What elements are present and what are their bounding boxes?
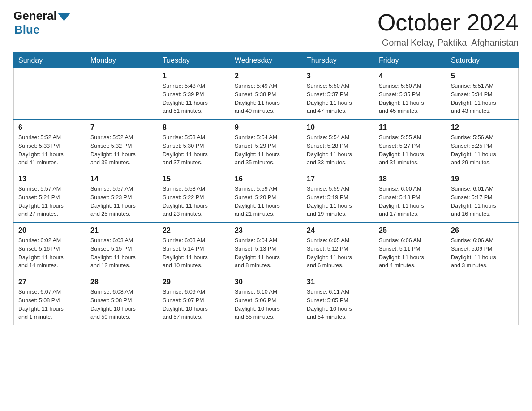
column-header-sunday: Sunday	[14, 53, 86, 68]
day-info: Sunrise: 6:03 AMSunset: 5:15 PMDaylight:…	[90, 236, 153, 270]
day-number: 26	[451, 227, 514, 235]
calendar-cell: 16Sunrise: 5:59 AMSunset: 5:20 PMDayligh…	[230, 171, 302, 223]
calendar-cell	[374, 274, 446, 325]
day-number: 28	[90, 278, 153, 286]
day-info: Sunrise: 5:53 AMSunset: 5:30 PMDaylight:…	[163, 133, 225, 167]
day-number: 7	[90, 124, 153, 132]
day-number: 25	[379, 227, 442, 235]
column-header-tuesday: Tuesday	[158, 53, 230, 68]
day-info: Sunrise: 5:54 AMSunset: 5:28 PMDaylight:…	[307, 133, 369, 167]
calendar-cell: 17Sunrise: 5:59 AMSunset: 5:19 PMDayligh…	[302, 171, 374, 223]
calendar-cell	[86, 68, 158, 120]
calendar-cell: 15Sunrise: 5:58 AMSunset: 5:22 PMDayligh…	[158, 171, 230, 223]
calendar-cell: 26Sunrise: 6:06 AMSunset: 5:09 PMDayligh…	[446, 223, 519, 274]
day-info: Sunrise: 6:09 AMSunset: 5:07 PMDaylight:…	[163, 288, 225, 321]
day-number: 5	[451, 72, 514, 80]
day-number: 3	[307, 72, 369, 80]
day-number: 8	[163, 124, 225, 132]
day-number: 24	[307, 227, 369, 235]
day-number: 10	[307, 124, 369, 132]
day-number: 22	[163, 227, 225, 235]
day-info: Sunrise: 5:56 AMSunset: 5:25 PMDaylight:…	[451, 133, 514, 167]
day-info: Sunrise: 5:50 AMSunset: 5:35 PMDaylight:…	[379, 82, 442, 116]
calendar-cell: 28Sunrise: 6:08 AMSunset: 5:08 PMDayligh…	[86, 274, 158, 325]
calendar-cell: 29Sunrise: 6:09 AMSunset: 5:07 PMDayligh…	[158, 274, 230, 325]
day-info: Sunrise: 6:06 AMSunset: 5:11 PMDaylight:…	[379, 236, 442, 270]
day-number: 27	[18, 278, 81, 286]
calendar-cell: 18Sunrise: 6:00 AMSunset: 5:18 PMDayligh…	[374, 171, 446, 223]
day-number: 21	[90, 227, 153, 235]
calendar-cell: 13Sunrise: 5:57 AMSunset: 5:24 PMDayligh…	[14, 171, 86, 223]
calendar-cell: 27Sunrise: 6:07 AMSunset: 5:08 PMDayligh…	[14, 274, 86, 325]
logo-arrow-icon	[58, 13, 70, 21]
column-header-wednesday: Wednesday	[230, 53, 302, 68]
logo-blue-text: Blue	[14, 23, 39, 37]
calendar-week-row: 20Sunrise: 6:02 AMSunset: 5:16 PMDayligh…	[14, 223, 519, 274]
calendar-cell	[14, 68, 86, 120]
calendar-cell: 11Sunrise: 5:55 AMSunset: 5:27 PMDayligh…	[374, 120, 446, 171]
day-number: 2	[235, 72, 297, 80]
day-number: 29	[163, 278, 225, 286]
day-number: 9	[235, 124, 297, 132]
day-info: Sunrise: 5:52 AMSunset: 5:33 PMDaylight:…	[18, 133, 81, 167]
calendar-cell: 24Sunrise: 6:05 AMSunset: 5:12 PMDayligh…	[302, 223, 374, 274]
calendar-cell: 31Sunrise: 6:11 AMSunset: 5:05 PMDayligh…	[302, 274, 374, 325]
day-info: Sunrise: 5:50 AMSunset: 5:37 PMDaylight:…	[307, 82, 369, 116]
calendar-cell: 1Sunrise: 5:48 AMSunset: 5:39 PMDaylight…	[158, 68, 230, 120]
day-number: 31	[307, 278, 369, 286]
calendar-cell: 10Sunrise: 5:54 AMSunset: 5:28 PMDayligh…	[302, 120, 374, 171]
day-info: Sunrise: 5:59 AMSunset: 5:19 PMDaylight:…	[307, 185, 369, 218]
day-number: 15	[163, 175, 225, 183]
day-number: 6	[18, 124, 81, 132]
day-info: Sunrise: 5:59 AMSunset: 5:20 PMDaylight:…	[235, 185, 297, 218]
logo: General Blue	[13, 9, 70, 37]
day-info: Sunrise: 6:05 AMSunset: 5:12 PMDaylight:…	[307, 236, 369, 270]
title-area: October 2024 Gomal Kelay, Paktika, Afgha…	[378, 9, 519, 48]
day-info: Sunrise: 6:10 AMSunset: 5:06 PMDaylight:…	[235, 288, 297, 321]
day-number: 14	[90, 175, 153, 183]
page-header: General Blue October 2024 Gomal Kelay, P…	[13, 9, 519, 48]
day-info: Sunrise: 6:06 AMSunset: 5:09 PMDaylight:…	[451, 236, 514, 270]
day-info: Sunrise: 6:02 AMSunset: 5:16 PMDaylight:…	[18, 236, 81, 270]
calendar-cell: 30Sunrise: 6:10 AMSunset: 5:06 PMDayligh…	[230, 274, 302, 325]
calendar-cell: 12Sunrise: 5:56 AMSunset: 5:25 PMDayligh…	[446, 120, 519, 171]
day-number: 16	[235, 175, 297, 183]
calendar-cell: 22Sunrise: 6:03 AMSunset: 5:14 PMDayligh…	[158, 223, 230, 274]
calendar-cell: 5Sunrise: 5:51 AMSunset: 5:34 PMDaylight…	[446, 68, 519, 120]
calendar-cell: 23Sunrise: 6:04 AMSunset: 5:13 PMDayligh…	[230, 223, 302, 274]
calendar-cell: 8Sunrise: 5:53 AMSunset: 5:30 PMDaylight…	[158, 120, 230, 171]
day-info: Sunrise: 6:00 AMSunset: 5:18 PMDaylight:…	[379, 185, 442, 218]
day-info: Sunrise: 5:52 AMSunset: 5:32 PMDaylight:…	[90, 133, 153, 167]
column-header-saturday: Saturday	[446, 53, 519, 68]
calendar-cell: 3Sunrise: 5:50 AMSunset: 5:37 PMDaylight…	[302, 68, 374, 120]
day-number: 23	[235, 227, 297, 235]
day-info: Sunrise: 5:54 AMSunset: 5:29 PMDaylight:…	[235, 133, 297, 167]
day-number: 18	[379, 175, 442, 183]
calendar-cell: 14Sunrise: 5:57 AMSunset: 5:23 PMDayligh…	[86, 171, 158, 223]
calendar-cell: 19Sunrise: 6:01 AMSunset: 5:17 PMDayligh…	[446, 171, 519, 223]
day-info: Sunrise: 5:48 AMSunset: 5:39 PMDaylight:…	[163, 82, 225, 116]
day-info: Sunrise: 6:11 AMSunset: 5:05 PMDaylight:…	[307, 288, 369, 321]
day-info: Sunrise: 5:49 AMSunset: 5:38 PMDaylight:…	[235, 82, 297, 116]
month-title: October 2024	[378, 9, 519, 36]
location-subtitle: Gomal Kelay, Paktika, Afghanistan	[378, 38, 519, 48]
calendar-cell: 6Sunrise: 5:52 AMSunset: 5:33 PMDaylight…	[14, 120, 86, 171]
day-info: Sunrise: 6:04 AMSunset: 5:13 PMDaylight:…	[235, 236, 297, 270]
day-info: Sunrise: 6:07 AMSunset: 5:08 PMDaylight:…	[18, 288, 81, 321]
calendar-table: SundayMondayTuesdayWednesdayThursdayFrid…	[13, 52, 519, 325]
column-header-friday: Friday	[374, 53, 446, 68]
day-info: Sunrise: 5:51 AMSunset: 5:34 PMDaylight:…	[451, 82, 514, 116]
day-info: Sunrise: 5:57 AMSunset: 5:23 PMDaylight:…	[90, 185, 153, 218]
day-info: Sunrise: 6:08 AMSunset: 5:08 PMDaylight:…	[90, 288, 153, 321]
calendar-cell	[446, 274, 519, 325]
calendar-week-row: 27Sunrise: 6:07 AMSunset: 5:08 PMDayligh…	[14, 274, 519, 325]
day-info: Sunrise: 5:57 AMSunset: 5:24 PMDaylight:…	[18, 185, 81, 218]
column-header-thursday: Thursday	[302, 53, 374, 68]
day-number: 17	[307, 175, 369, 183]
day-info: Sunrise: 6:01 AMSunset: 5:17 PMDaylight:…	[451, 185, 514, 218]
column-header-monday: Monday	[86, 53, 158, 68]
logo-general-text: General	[13, 9, 57, 23]
day-info: Sunrise: 5:55 AMSunset: 5:27 PMDaylight:…	[379, 133, 442, 167]
calendar-week-row: 13Sunrise: 5:57 AMSunset: 5:24 PMDayligh…	[14, 171, 519, 223]
day-number: 4	[379, 72, 442, 80]
